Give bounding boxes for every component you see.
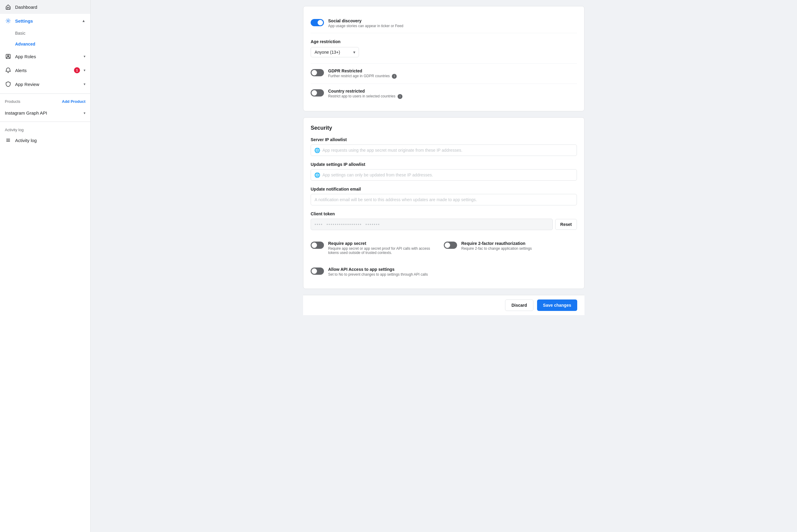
social-discovery-toggle[interactable]: [311, 19, 324, 26]
security-toggle-grid: Require app secret Require app secret or…: [311, 236, 577, 260]
top-settings-card: Social discovery App usage stories can a…: [303, 6, 584, 111]
alerts-badge: 1: [74, 67, 80, 73]
sidebar-item-alerts[interactable]: Alerts 1 ▾: [0, 63, 90, 77]
discard-button[interactable]: Discard: [505, 300, 533, 311]
list-icon: [5, 137, 12, 144]
update-ip-group: Update settings IP allowlist 🌐: [311, 162, 577, 180]
sidebar-item-settings[interactable]: Settings ▲: [0, 14, 90, 28]
require-2fa-text: Require 2-factor reauthorization Require…: [461, 241, 532, 251]
social-discovery-slider: [311, 19, 324, 26]
svg-point-2: [7, 55, 9, 57]
gdpr-text: GDPR Restricted Further restrict age in …: [328, 69, 397, 79]
sidebar-item-app-roles[interactable]: App Roles ▾: [0, 50, 90, 63]
require-app-secret-toggle[interactable]: [311, 242, 324, 249]
allow-api-access-toggle[interactable]: [311, 267, 324, 275]
allow-api-access-row: Allow API Access to app settings Set to …: [311, 262, 577, 281]
allow-api-access-text: Allow API Access to app settings Set to …: [328, 267, 428, 277]
gdpr-restricted-row: GDPR Restricted Further restrict age in …: [311, 64, 577, 84]
security-title: Security: [311, 125, 577, 131]
main-content: Social discovery App usage stories can a…: [91, 0, 797, 532]
age-restriction-section: Age restriction Anyone (13+) Age 17+ Age…: [311, 33, 577, 64]
age-restriction-label: Age restriction: [311, 39, 577, 44]
activity-log-section-label: Activity log: [5, 128, 23, 132]
security-card: Security Server IP allowlist 🌐 Update se…: [303, 117, 584, 289]
require-2fa-toggle[interactable]: [444, 242, 457, 249]
require-2fa-slider: [444, 242, 457, 249]
require-2fa-label: Require 2-factor reauthorization: [461, 241, 532, 246]
bell-icon: [5, 67, 12, 74]
sidebar-item-basic[interactable]: Basic: [15, 28, 90, 39]
svg-point-0: [7, 20, 9, 22]
instagram-api-label: Instagram Graph API: [5, 110, 80, 115]
require-2fa-description: Require 2-fac to change application sett…: [461, 246, 532, 251]
allow-api-access-description: Set to No to prevent changes to app sett…: [328, 272, 428, 277]
country-description: Restrict app to users in selected countr…: [328, 94, 402, 99]
notification-email-input[interactable]: [311, 194, 577, 205]
update-ip-input-wrapper: 🌐: [311, 169, 577, 180]
client-token-label: Client token: [311, 211, 577, 216]
sidebar-item-advanced[interactable]: Advanced: [15, 39, 90, 50]
country-restricted-row: Country restricted Restrict app to users…: [311, 84, 577, 104]
notification-email-label: Update notification email: [311, 187, 577, 191]
sidebar-divider-2: [0, 121, 90, 122]
server-ip-label: Server IP allowlist: [311, 137, 577, 142]
client-token-group: Client token Reset: [311, 211, 577, 230]
add-product-link[interactable]: Add Product: [62, 99, 86, 104]
client-token-input[interactable]: [311, 218, 553, 230]
update-ip-input[interactable]: [311, 169, 577, 180]
alerts-label: Alerts: [15, 68, 70, 73]
gear-icon: [5, 18, 12, 24]
require-app-secret-slider: [311, 242, 324, 249]
allow-api-access-slider: [311, 267, 324, 275]
home-icon: [5, 4, 12, 10]
country-toggle[interactable]: [311, 89, 324, 96]
server-ip-input-wrapper: 🌐: [311, 145, 577, 156]
update-ip-globe-icon: 🌐: [314, 172, 320, 178]
country-info-icon[interactable]: i: [398, 94, 402, 99]
settings-submenu: Basic Advanced: [0, 28, 90, 50]
settings-label: Settings: [15, 18, 78, 23]
gdpr-info-icon[interactable]: i: [392, 74, 397, 79]
shield-icon: [5, 81, 12, 88]
country-label: Country restricted: [328, 89, 402, 94]
gdpr-label: GDPR Restricted: [328, 69, 397, 73]
server-ip-globe-icon: 🌐: [314, 148, 320, 153]
sidebar-item-app-review[interactable]: App Review ▾: [0, 77, 90, 91]
dashboard-label: Dashboard: [15, 4, 86, 10]
age-restriction-select[interactable]: Anyone (13+) Age 17+ Age 18+ Age 19+ Age…: [311, 47, 359, 57]
gdpr-slider: [311, 69, 324, 76]
server-ip-group: Server IP allowlist 🌐: [311, 137, 577, 156]
age-restriction-select-wrapper: Anyone (13+) Age 17+ Age 18+ Age 19+ Age…: [311, 47, 359, 57]
reset-button[interactable]: Reset: [555, 219, 577, 230]
bottom-bar: Discard Save changes: [303, 295, 584, 315]
app-review-label: App Review: [15, 82, 80, 87]
social-discovery-row: Social discovery App usage stories can a…: [311, 14, 577, 33]
require-app-secret-description: Require app secret or app secret proof f…: [328, 246, 432, 255]
sidebar-item-activity-log[interactable]: Activity log: [0, 133, 90, 147]
sidebar: Dashboard Settings ▲ Basic Advanced App …: [0, 0, 91, 532]
person-badge-icon: [5, 53, 12, 60]
sidebar-item-instagram-api[interactable]: Instagram Graph API ▾: [0, 107, 90, 119]
activity-log-label: Activity log: [15, 138, 86, 143]
update-ip-label: Update settings IP allowlist: [311, 162, 577, 167]
allow-api-access-label: Allow API Access to app settings: [328, 267, 428, 272]
instagram-chevron: ▾: [84, 111, 86, 115]
app-roles-chevron: ▾: [84, 54, 86, 58]
products-section-label: Products: [5, 99, 20, 104]
social-discovery-label: Social discovery: [328, 18, 403, 23]
require-app-secret-label: Require app secret: [328, 241, 432, 246]
require-app-secret-text: Require app secret Require app secret or…: [328, 241, 432, 255]
sidebar-item-dashboard[interactable]: Dashboard: [0, 0, 90, 14]
server-ip-input[interactable]: [311, 145, 577, 156]
country-text: Country restricted Restrict app to users…: [328, 89, 402, 99]
security-toggles: Require app secret Require app secret or…: [311, 236, 577, 281]
gdpr-toggle[interactable]: [311, 69, 324, 76]
settings-chevron: ▲: [82, 19, 86, 23]
client-token-row: Reset: [311, 218, 577, 230]
social-discovery-text: Social discovery App usage stories can a…: [328, 18, 403, 28]
country-slider: [311, 89, 324, 96]
require-2fa-row: Require 2-factor reauthorization Require…: [444, 236, 577, 260]
save-button[interactable]: Save changes: [537, 300, 577, 311]
alerts-chevron: ▾: [84, 68, 86, 72]
social-discovery-description: App usage stories can appear in ticker o…: [328, 24, 403, 28]
